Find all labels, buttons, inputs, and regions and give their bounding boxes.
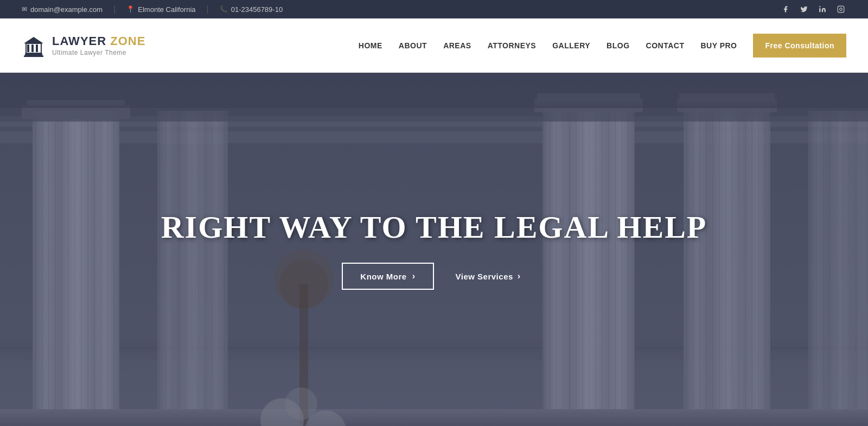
svg-rect-9	[24, 55, 43, 57]
instagram-icon[interactable]	[835, 4, 846, 15]
hero-buttons: Know More › View Services ›	[342, 263, 526, 290]
svg-rect-7	[36, 44, 38, 52]
linkedin-icon[interactable]	[817, 4, 828, 15]
logo[interactable]: LAWYER ZONE Ultimate Lawyer Theme	[22, 34, 145, 58]
location-item: 📍 Elmonte California	[126, 5, 195, 14]
email-icon: ✉	[22, 5, 27, 13]
hero-section: RIGHT WAY TO THE LEGAL HELP Know More › …	[0, 73, 868, 426]
view-services-button[interactable]: View Services ›	[450, 264, 526, 289]
location-icon: 📍	[126, 5, 135, 13]
phone-icon: 📞	[220, 5, 228, 13]
logo-icon	[22, 34, 46, 58]
facebook-icon[interactable]	[780, 4, 791, 15]
svg-rect-6	[31, 44, 34, 52]
site-header: LAWYER ZONE Ultimate Lawyer Theme HOME A…	[0, 18, 868, 73]
phone-text: 01-23456789-10	[231, 5, 283, 14]
nav-blog[interactable]: BLOG	[607, 39, 629, 52]
phone-item: 📞 01-23456789-10	[220, 5, 283, 14]
nav-buy-pro[interactable]: BUY PRO	[700, 39, 737, 52]
know-more-button[interactable]: Know More ›	[342, 263, 433, 290]
email-item: ✉ domain@example.com	[22, 5, 103, 14]
know-more-arrow-icon: ›	[412, 271, 416, 281]
top-bar-contact-info: ✉ domain@example.com | 📍 Elmonte Califor…	[22, 4, 283, 14]
logo-title: LAWYER ZONE	[52, 34, 145, 48]
svg-rect-5	[27, 44, 29, 52]
location-text: Elmonte California	[138, 5, 195, 14]
view-services-arrow-icon: ›	[518, 271, 521, 281]
svg-rect-1	[838, 6, 844, 12]
social-links	[780, 4, 846, 15]
logo-subtitle: Ultimate Lawyer Theme	[52, 49, 145, 56]
hero-title: RIGHT WAY TO THE LEGAL HELP	[161, 209, 707, 245]
nav-areas[interactable]: AREAS	[443, 39, 471, 52]
main-nav: HOME ABOUT AREAS ATTORNEYS GALLERY BLOG …	[359, 34, 846, 58]
divider-1: |	[113, 4, 116, 14]
divider-2: |	[207, 4, 209, 14]
hero-content: RIGHT WAY TO THE LEGAL HELP Know More › …	[0, 73, 868, 426]
nav-gallery[interactable]: GALLERY	[552, 39, 590, 52]
free-consultation-button[interactable]: Free Consultation	[753, 34, 846, 58]
nav-contact[interactable]: CONTACT	[646, 39, 685, 52]
nav-attorneys[interactable]: ATTORNEYS	[488, 39, 537, 52]
svg-marker-8	[24, 37, 43, 43]
nav-about[interactable]: ABOUT	[399, 39, 427, 52]
twitter-icon[interactable]	[799, 4, 809, 15]
nav-home[interactable]: HOME	[359, 39, 382, 52]
top-bar: ✉ domain@example.com | 📍 Elmonte Califor…	[0, 0, 868, 18]
email-text: domain@example.com	[30, 5, 103, 14]
svg-point-0	[819, 6, 820, 7]
logo-text: LAWYER ZONE Ultimate Lawyer Theme	[52, 34, 145, 56]
